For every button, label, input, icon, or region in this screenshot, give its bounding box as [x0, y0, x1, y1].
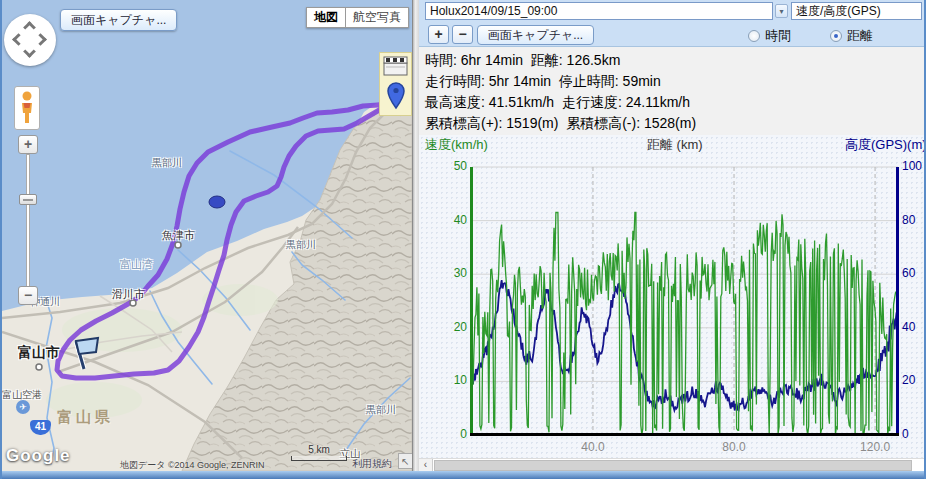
marker-tool-panel — [379, 52, 412, 116]
pan-up-icon[interactable] — [23, 21, 36, 34]
axis-tick-label: 0 — [902, 427, 924, 441]
stat-elevation-gain: 累積標高(+): 1519(m) 累積標高(-): 1528(m) — [425, 113, 924, 134]
stat-moving-stopped: 走行時間: 5hr 14min 停止時間: 59min — [425, 71, 924, 92]
zoom-track[interactable] — [26, 154, 30, 304]
axis-tick-label: 40.0 — [571, 440, 615, 454]
chart-toolbar-row: + − 画面キャプチャ... 時間 距離 — [419, 23, 924, 47]
map-zoom-out-button[interactable]: − — [18, 286, 38, 305]
map-label: 富山湾 — [120, 257, 153, 272]
axis-tick-label: 50 — [441, 159, 467, 173]
map-type-map-button[interactable]: 地図 — [306, 7, 346, 28]
chart-zoom-out-button[interactable]: − — [452, 25, 473, 44]
map-zoom-in-button[interactable]: + — [18, 135, 38, 154]
chart-plot — [419, 135, 924, 458]
stat-time-distance: 時間: 6hr 14min 距離: 126.5km — [425, 50, 924, 71]
pane-splitter[interactable] — [412, 0, 419, 471]
track-select-row: Holux2014/09/15_09:00 ▾ 速度/高度(GPS) — [419, 0, 924, 23]
map-label: 黒部川 — [366, 403, 396, 417]
map-capture-button[interactable]: 画面キャプチャ... — [60, 9, 177, 31]
axis-tick-label: 100 — [902, 159, 924, 173]
map-pane[interactable]: 黒部川黒部川黒部川魚津市富山湾滑川市神通川富山市富山空港富山県立山41✈ + −… — [2, 0, 412, 471]
radio-distance-label: 距離 — [847, 27, 873, 45]
radio-time-label: 時間 — [765, 27, 791, 45]
axis-tick-label: 40 — [902, 320, 924, 334]
pan-left-icon[interactable] — [12, 33, 25, 46]
movie-clapper-icon[interactable] — [383, 55, 409, 77]
current-position-marker — [209, 196, 225, 208]
speed-series-line — [472, 213, 898, 436]
scrollbar-thumb[interactable] — [434, 460, 912, 471]
combo-dropdown-arrow-icon[interactable]: ▾ — [775, 4, 788, 18]
axis-tick-label: 60 — [902, 266, 924, 280]
zoom-handle[interactable] — [19, 194, 37, 205]
map-canvas — [2, 0, 412, 471]
radio-time-circle[interactable] — [748, 30, 760, 42]
map-type-switch: 地図 航空写真 — [306, 7, 409, 28]
axis-tick-label: 120.0 — [853, 440, 897, 454]
axis-tick-label: 20 — [441, 320, 467, 334]
map-type-satellite-button[interactable]: 航空写真 — [346, 7, 409, 28]
radio-distance[interactable]: 距離 — [830, 27, 873, 45]
map-label: ✈ — [16, 400, 30, 414]
axis-tick-label: 20 — [902, 373, 924, 387]
map-pan-control[interactable] — [4, 14, 56, 66]
axis-tick-label: 10 — [441, 373, 467, 387]
pan-right-icon[interactable] — [34, 33, 47, 46]
pegman-icon — [18, 91, 36, 125]
graph-type-field[interactable]: 速度/高度(GPS) — [791, 2, 922, 20]
left-axis-line — [470, 167, 473, 436]
chart-horizontal-scrollbar[interactable]: ‹ — [419, 458, 924, 471]
street-view-pegman[interactable] — [14, 86, 40, 130]
right-axis-line — [896, 167, 899, 436]
data-panel: Holux2014/09/15_09:00 ▾ 速度/高度(GPS) + − 画… — [419, 0, 924, 471]
terms-of-use-link: 利用規約 — [352, 457, 392, 471]
chart-capture-button[interactable]: 画面キャプチャ... — [477, 25, 594, 45]
axis-tick-label: 0 — [441, 427, 467, 441]
map-label: 黒部川 — [152, 156, 182, 170]
corner-arrow-button: ↖ — [398, 453, 412, 469]
chart-zoom-in-button[interactable]: + — [428, 25, 449, 44]
axis-tick-label: 80.0 — [712, 440, 756, 454]
start-pin-icon[interactable] — [386, 81, 406, 111]
speed-altitude-chart: 速度(km/h) 距離 (km) 高度(GPS)(m) 504030201001… — [419, 135, 924, 458]
scroll-left-arrow-icon[interactable]: ‹ — [419, 459, 433, 471]
map-label: 富山市 — [18, 344, 60, 362]
map-label: 黒部川 — [286, 238, 316, 252]
radio-distance-circle[interactable] — [830, 30, 842, 42]
track-select-combobox[interactable]: Holux2014/09/15_09:00 — [425, 2, 773, 20]
window-bottom-border — [2, 471, 924, 479]
map-label: 富山県 — [57, 408, 114, 427]
map-label: 魚津市 — [162, 228, 195, 243]
axis-tick-label: 30 — [441, 266, 467, 280]
trip-statistics: 時間: 6hr 14min 距離: 126.5km 走行時間: 5hr 14mi… — [419, 47, 924, 135]
stat-speeds: 最高速度: 41.51km/h 走行速度: 24.11km/h — [425, 92, 924, 113]
pan-down-icon[interactable] — [23, 45, 36, 58]
axis-tick-label: 40 — [441, 213, 467, 227]
map-label: 滑川市 — [112, 287, 145, 302]
gps-logger-app: 黒部川黒部川黒部川魚津市富山湾滑川市神通川富山市富山空港富山県立山41✈ + −… — [0, 0, 926, 479]
axis-tick-label: 80 — [902, 213, 924, 227]
radio-time[interactable]: 時間 — [748, 27, 791, 45]
bottom-axis-line — [470, 433, 899, 436]
